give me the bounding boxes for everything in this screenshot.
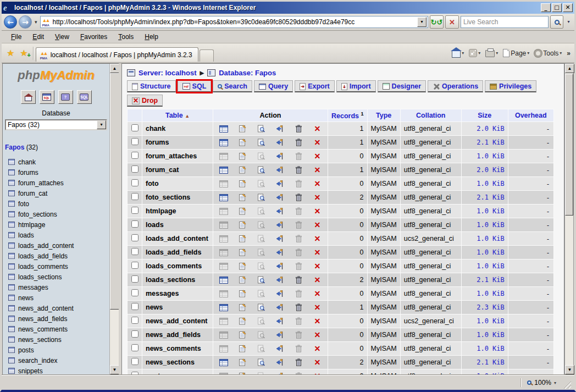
- empty-icon[interactable]: [294, 331, 303, 339]
- row-checkbox[interactable]: [131, 358, 139, 365]
- header-table[interactable]: Table ▲: [142, 109, 213, 122]
- sidebar-mysql-docs-button[interactable]: SQL: [77, 90, 92, 104]
- search-icon[interactable]: [256, 290, 265, 298]
- structure-icon[interactable]: [237, 249, 247, 257]
- structure-icon[interactable]: [237, 221, 247, 229]
- empty-icon[interactable]: [294, 194, 303, 202]
- tab-sql[interactable]: sqlSQL: [178, 80, 212, 92]
- structure-icon[interactable]: [237, 276, 247, 284]
- address-input[interactable]: ▲▲PMA http://localhost/Tools/phpMyAdmin/…: [40, 16, 428, 28]
- refresh-button[interactable]: ↻↺: [430, 15, 444, 29]
- size-cell[interactable]: 1.0 KiB: [462, 177, 508, 190]
- empty-icon[interactable]: [294, 290, 303, 298]
- menu-tools[interactable]: Tools: [113, 31, 139, 42]
- sidebar-table-item[interactable]: loads_add_fields: [5, 251, 107, 261]
- search-icon[interactable]: [256, 194, 265, 202]
- drop-icon[interactable]: ✕: [313, 303, 322, 312]
- maximize-button[interactable]: □: [552, 3, 562, 12]
- row-checkbox[interactable]: [131, 138, 139, 145]
- insert-icon[interactable]: [275, 262, 285, 270]
- browse-icon[interactable]: [219, 249, 228, 257]
- empty-icon[interactable]: [294, 262, 303, 270]
- sidebar-table-item[interactable]: foto: [5, 198, 107, 209]
- tab-search[interactable]: Search: [213, 80, 252, 92]
- insert-icon[interactable]: [275, 345, 285, 353]
- favorites-icon[interactable]: ★: [4, 48, 17, 58]
- empty-icon[interactable]: [294, 317, 303, 325]
- drop-icon[interactable]: ✕: [313, 152, 322, 161]
- drop-icon[interactable]: ✕: [313, 180, 322, 188]
- menu-favorites[interactable]: Favorites: [75, 31, 112, 42]
- browse-icon[interactable]: [219, 317, 228, 325]
- zoom-dropdown-icon[interactable]: ▾: [554, 380, 560, 385]
- feeds-button[interactable]: ▾: [467, 48, 482, 58]
- menu-edit[interactable]: Edit: [27, 31, 49, 42]
- drop-icon[interactable]: ✕: [313, 125, 322, 133]
- browse-icon[interactable]: [219, 303, 228, 312]
- tab-operations[interactable]: Operations: [428, 80, 483, 92]
- minimize-button[interactable]: _: [541, 3, 551, 12]
- empty-icon[interactable]: [294, 276, 303, 284]
- close-button[interactable]: ✕: [563, 3, 573, 12]
- search-icon[interactable]: [256, 358, 265, 367]
- home-button[interactable]: ▾: [450, 47, 466, 59]
- search-icon[interactable]: [256, 125, 265, 133]
- insert-icon[interactable]: [275, 290, 285, 298]
- breadcrumb-database-link[interactable]: Database: Fapos: [219, 69, 276, 77]
- empty-icon[interactable]: [294, 303, 303, 312]
- size-cell[interactable]: 1.0 KiB: [462, 246, 508, 259]
- size-cell[interactable]: 2.0 KiB: [462, 122, 508, 135]
- structure-icon[interactable]: [237, 317, 247, 325]
- size-cell[interactable]: 1.0 KiB: [462, 369, 508, 375]
- forward-button[interactable]: →: [19, 15, 32, 29]
- size-cell[interactable]: 1.0 KiB: [462, 328, 508, 341]
- sidebar-home-button[interactable]: [21, 90, 36, 104]
- empty-icon[interactable]: [294, 207, 303, 216]
- structure-icon[interactable]: [237, 166, 247, 174]
- size-cell[interactable]: 1.0 KiB: [462, 287, 508, 300]
- structure-icon[interactable]: [237, 235, 247, 243]
- history-dropdown-icon[interactable]: ▾: [34, 19, 38, 25]
- search-icon[interactable]: [256, 139, 265, 147]
- browse-icon[interactable]: [219, 345, 228, 353]
- search-icon[interactable]: [256, 207, 265, 216]
- tab-import[interactable]: Import: [336, 80, 376, 92]
- row-checkbox[interactable]: [131, 303, 139, 310]
- header-records[interactable]: Records 1: [328, 109, 367, 122]
- more-commands-icon[interactable]: »: [565, 49, 572, 57]
- row-checkbox[interactable]: [131, 317, 139, 324]
- menu-file[interactable]: File: [6, 31, 26, 42]
- menu-help[interactable]: Help: [140, 31, 163, 42]
- search-button[interactable]: [550, 15, 563, 29]
- scrollbar-thumb[interactable]: [565, 74, 573, 216]
- row-checkbox[interactable]: [131, 234, 139, 241]
- tab-structure[interactable]: Structure: [127, 80, 176, 92]
- structure-icon[interactable]: [237, 139, 247, 147]
- structure-icon[interactable]: [237, 180, 247, 188]
- tab-export[interactable]: Export: [295, 80, 335, 92]
- sidebar-table-item[interactable]: forum_cat: [5, 188, 107, 198]
- drop-icon[interactable]: ✕: [313, 276, 322, 284]
- size-cell[interactable]: 2.0 KiB: [462, 163, 508, 176]
- browse-icon[interactable]: [219, 276, 228, 284]
- row-checkbox[interactable]: [131, 248, 139, 255]
- sidebar-table-item[interactable]: htmlpage: [5, 219, 107, 230]
- sidebar-table-item[interactable]: chank: [5, 157, 107, 167]
- empty-icon[interactable]: [294, 249, 303, 257]
- sidebar-table-item[interactable]: news_sections: [5, 334, 107, 345]
- size-cell[interactable]: 2.1 KiB: [462, 273, 508, 286]
- structure-icon[interactable]: [237, 331, 247, 339]
- search-icon[interactable]: [256, 331, 265, 339]
- empty-icon[interactable]: [294, 221, 303, 229]
- drop-icon[interactable]: ✕: [313, 345, 322, 353]
- row-checkbox[interactable]: [131, 262, 139, 269]
- content-scrollbar[interactable]: ▲ ▼: [564, 63, 574, 375]
- insert-icon[interactable]: [275, 317, 285, 325]
- empty-icon[interactable]: [294, 152, 303, 161]
- sidebar-table-item[interactable]: news_comments: [5, 324, 107, 334]
- sidebar-table-item[interactable]: loads_comments: [5, 261, 107, 272]
- structure-icon[interactable]: [237, 358, 247, 367]
- scroll-down-icon[interactable]: ▼: [110, 365, 119, 374]
- insert-icon[interactable]: [275, 180, 285, 188]
- address-url[interactable]: http://localhost/Tools/phpMyAdmin/index.…: [53, 18, 417, 26]
